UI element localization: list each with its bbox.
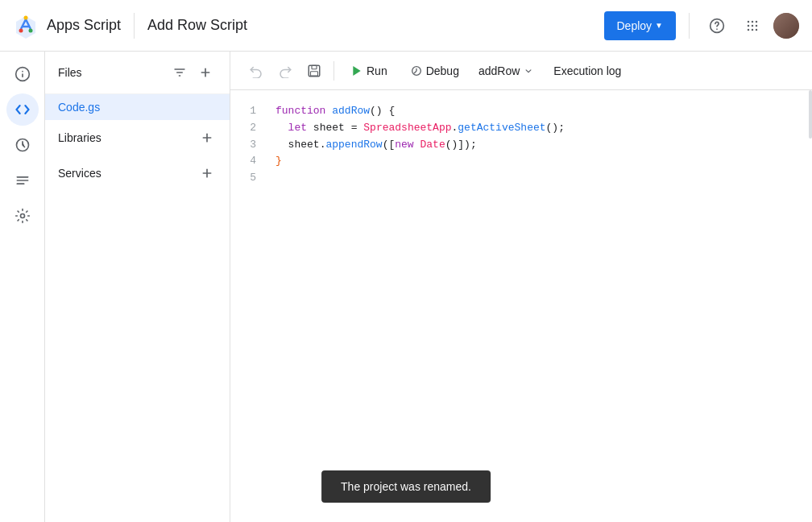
svg-point-3 bbox=[24, 15, 28, 19]
file-item-code-gs[interactable]: Code.gs bbox=[45, 94, 230, 120]
files-title: Files bbox=[58, 66, 168, 79]
sidebar-triggers-button[interactable] bbox=[6, 129, 39, 161]
sidebar-executions-button[interactable] bbox=[6, 164, 39, 197]
code-editor[interactable]: 1 2 3 4 5 function addRow() { let sheet … bbox=[230, 90, 812, 522]
undo-icon bbox=[249, 64, 263, 78]
svg-point-9 bbox=[748, 24, 750, 27]
project-title: Add Row Script bbox=[147, 17, 247, 34]
sidebar-overview-button[interactable] bbox=[6, 58, 39, 90]
toast-notification: The project was renamed. bbox=[321, 470, 491, 503]
settings-icon bbox=[14, 208, 31, 224]
debug-icon bbox=[410, 64, 423, 77]
libraries-section[interactable]: Libraries bbox=[45, 120, 230, 155]
svg-point-13 bbox=[752, 28, 754, 31]
run-icon bbox=[350, 64, 363, 77]
scrollbar-thumb bbox=[809, 90, 812, 139]
topbar: Apps Script Add Row Script Deploy ▼ bbox=[0, 0, 812, 52]
debug-button[interactable]: Debug bbox=[400, 58, 469, 84]
svg-point-11 bbox=[756, 24, 758, 27]
help-button[interactable] bbox=[702, 11, 731, 40]
svg-point-8 bbox=[756, 20, 758, 23]
logo-area: Apps Script bbox=[13, 13, 121, 39]
sort-files-button[interactable] bbox=[168, 61, 191, 84]
code-content[interactable]: function addRow() { let sheet = Spreadsh… bbox=[263, 90, 812, 522]
code-line-1: function addRow() { bbox=[276, 103, 812, 120]
editor-area: Run Debug addRow Execution log bbox=[230, 52, 812, 522]
add-file-icon bbox=[199, 66, 212, 79]
code-line-2: let sheet = SpreadsheetApp.getActiveShee… bbox=[276, 120, 812, 137]
svg-point-12 bbox=[748, 28, 750, 31]
redo-button[interactable] bbox=[272, 58, 298, 84]
sidebar-settings-button[interactable] bbox=[6, 200, 39, 232]
grid-button[interactable] bbox=[738, 11, 767, 40]
editor-toolbar: Run Debug addRow Execution log bbox=[230, 52, 812, 90]
redo-icon bbox=[278, 64, 292, 78]
function-dropdown-icon bbox=[523, 65, 534, 77]
svg-point-6 bbox=[748, 20, 750, 23]
svg-point-1 bbox=[19, 28, 23, 32]
sidebar-editor-button[interactable] bbox=[6, 93, 39, 126]
avatar[interactable] bbox=[773, 13, 799, 39]
svg-point-2 bbox=[29, 28, 33, 32]
function-selector[interactable]: addRow bbox=[472, 58, 541, 84]
add-file-button[interactable] bbox=[194, 61, 217, 84]
run-button[interactable]: Run bbox=[341, 58, 397, 84]
code-line-3: sheet.appendRow([new Date()]); bbox=[276, 137, 812, 154]
execution-log-button[interactable]: Execution log bbox=[544, 58, 631, 84]
title-divider bbox=[134, 13, 135, 39]
sidebar-icons bbox=[0, 52, 45, 522]
help-icon bbox=[709, 18, 725, 34]
topbar-divider bbox=[689, 13, 690, 39]
apps-script-logo-icon bbox=[13, 13, 39, 39]
deploy-button[interactable]: Deploy ▼ bbox=[604, 11, 677, 40]
triggers-icon bbox=[14, 137, 31, 153]
save-button[interactable] bbox=[301, 58, 327, 84]
add-service-icon bbox=[201, 167, 213, 180]
grid-icon bbox=[744, 18, 760, 34]
avatar-image bbox=[773, 13, 799, 39]
topbar-right: Deploy ▼ bbox=[604, 11, 800, 40]
svg-point-10 bbox=[752, 24, 754, 27]
services-section[interactable]: Services bbox=[45, 155, 230, 191]
svg-marker-32 bbox=[353, 66, 360, 76]
svg-point-7 bbox=[752, 20, 754, 23]
app-title: Apps Script bbox=[47, 17, 121, 34]
undo-button[interactable] bbox=[243, 58, 269, 84]
executions-icon bbox=[14, 172, 31, 188]
services-label: Services bbox=[58, 167, 197, 180]
add-library-icon bbox=[201, 131, 213, 144]
svg-point-5 bbox=[716, 28, 718, 30]
file-panel: Files Code.gs Libraries bbox=[45, 52, 230, 522]
line-numbers: 1 2 3 4 5 bbox=[230, 90, 263, 522]
svg-point-14 bbox=[756, 28, 758, 31]
toolbar-divider-1 bbox=[334, 61, 334, 81]
file-panel-actions bbox=[168, 61, 217, 84]
overview-icon bbox=[14, 66, 31, 82]
save-icon bbox=[307, 64, 321, 78]
svg-rect-17 bbox=[22, 73, 23, 77]
svg-rect-31 bbox=[311, 71, 318, 75]
code-line-4: } bbox=[276, 153, 812, 170]
file-panel-header: Files bbox=[45, 52, 230, 94]
scrollbar bbox=[809, 90, 812, 522]
add-library-button[interactable] bbox=[197, 128, 217, 147]
svg-point-22 bbox=[20, 214, 24, 218]
libraries-label: Libraries bbox=[58, 131, 197, 144]
editor-icon bbox=[14, 102, 31, 118]
code-line-5 bbox=[276, 170, 812, 187]
sort-icon bbox=[173, 66, 186, 79]
add-service-button[interactable] bbox=[197, 164, 217, 183]
main-content: Files Code.gs Libraries bbox=[0, 52, 812, 522]
svg-point-16 bbox=[22, 71, 23, 72]
deploy-arrow-icon: ▼ bbox=[655, 21, 663, 30]
